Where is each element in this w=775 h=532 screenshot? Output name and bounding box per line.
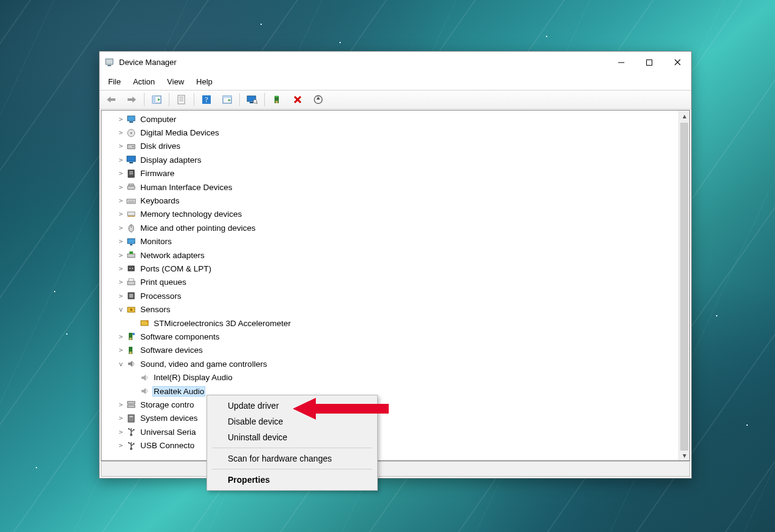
svg-rect-0 xyxy=(106,59,113,64)
svg-rect-54 xyxy=(130,244,132,245)
toolbar-uninstall-button[interactable] xyxy=(288,91,307,108)
tree-node[interactable]: >Firmware xyxy=(101,167,678,180)
menu-view[interactable]: View xyxy=(161,75,190,89)
sensor-dev-icon xyxy=(140,318,149,328)
expand-icon[interactable]: > xyxy=(117,183,125,191)
tree-node[interactable]: >Digital Media Devices xyxy=(101,126,678,139)
toolbar-back-button[interactable] xyxy=(101,91,121,108)
expand-icon[interactable]: > xyxy=(117,292,125,300)
tree-node[interactable]: vSensors xyxy=(101,302,678,316)
expand-icon[interactable]: > xyxy=(117,224,125,232)
svg-rect-7 xyxy=(111,98,115,101)
scroll-thumb[interactable] xyxy=(680,123,688,451)
tree-node[interactable]: >System devices xyxy=(101,412,678,425)
tree-node[interactable]: >Processors xyxy=(101,289,678,302)
tree-node-label: Software components xyxy=(139,332,221,342)
tree-node[interactable]: >USB Connecto xyxy=(101,438,678,452)
toolbar-properties-button[interactable] xyxy=(172,91,191,108)
toolbar-panel-button[interactable] xyxy=(147,91,166,108)
context-menu-ctx-update[interactable]: Update driver xyxy=(207,398,377,414)
context-menu: Update driverDisable deviceUninstall dev… xyxy=(207,395,378,491)
expand-icon[interactable]: > xyxy=(117,129,125,137)
svg-marker-75 xyxy=(142,388,146,394)
collapse-icon[interactable]: v xyxy=(117,360,125,368)
expand-icon[interactable]: > xyxy=(117,346,125,354)
context-menu-separator xyxy=(212,469,372,469)
tree-node[interactable]: >Software components xyxy=(101,330,678,343)
expand-icon[interactable]: > xyxy=(117,169,125,177)
svg-rect-77 xyxy=(128,405,135,408)
window-title: Device Manager xyxy=(119,58,177,67)
expand-icon[interactable]: > xyxy=(117,265,125,273)
tree-node[interactable]: >Computer xyxy=(101,112,678,126)
expand-icon[interactable]: > xyxy=(117,142,125,150)
menu-action[interactable]: Action xyxy=(127,75,161,89)
expand-icon[interactable]: > xyxy=(117,333,125,341)
tree-node[interactable]: STMicroelectronics 3D Accelerometer xyxy=(101,316,678,330)
tree-node[interactable]: >Universal Seria xyxy=(101,425,678,438)
tree-node[interactable]: >Network adapters xyxy=(101,248,678,262)
expand-icon[interactable]: > xyxy=(117,210,125,218)
expand-icon[interactable]: > xyxy=(117,428,125,436)
toolbar-scan-hardware-button[interactable] xyxy=(309,91,328,108)
context-menu-ctx-disable[interactable]: Disable device xyxy=(207,414,377,429)
tree-node[interactable]: Intel(R) Display Audio xyxy=(101,370,678,384)
tree-node[interactable]: Realtek Audio xyxy=(101,384,678,398)
svg-rect-13 xyxy=(178,95,185,104)
menu-help[interactable]: Help xyxy=(190,75,219,89)
expand-icon[interactable]: > xyxy=(117,251,125,259)
expand-icon[interactable]: > xyxy=(117,237,125,245)
tree-node[interactable]: >Print queues xyxy=(101,276,678,289)
expand-icon[interactable]: > xyxy=(117,442,125,449)
expand-icon[interactable]: > xyxy=(117,401,125,409)
tree-node[interactable]: >Software devices xyxy=(101,344,678,357)
expand-icon[interactable]: > xyxy=(117,414,125,422)
tree-node[interactable]: >Storage contro xyxy=(101,398,678,411)
title-bar[interactable]: Device Manager xyxy=(100,52,691,73)
sensor-icon xyxy=(126,305,136,315)
context-menu-ctx-props[interactable]: Properties xyxy=(207,472,377,488)
tree-node-label: Mice and other pointing devices xyxy=(139,223,257,233)
toolbar-help-button[interactable]: ? xyxy=(197,91,216,108)
expand-icon[interactable]: > xyxy=(117,278,125,286)
expand-icon[interactable]: > xyxy=(117,115,125,123)
tree-node-label: Human Interface Devices xyxy=(139,182,234,193)
context-menu-ctx-scan[interactable]: Scan for hardware changes xyxy=(207,451,377,466)
tree-node-label: Ports (COM & LPT) xyxy=(139,264,213,274)
tree-node[interactable]: >Mice and other pointing devices xyxy=(101,221,678,234)
tree-node[interactable]: vSound, video and game controllers xyxy=(101,357,678,370)
tree-node[interactable]: >Disk drives xyxy=(101,140,678,153)
tree-node[interactable]: >Display adapters xyxy=(101,153,678,166)
toolbar-forward-button[interactable] xyxy=(122,91,142,108)
expand-icon[interactable]: > xyxy=(117,197,125,205)
expand-icon[interactable]: > xyxy=(117,156,125,164)
svg-point-65 xyxy=(130,309,132,311)
usb-icon xyxy=(126,427,136,437)
scroll-down-button[interactable]: ▾ xyxy=(679,450,689,460)
tree-node[interactable]: >Keyboards xyxy=(101,194,678,207)
tree-node-label: Sound, video and game controllers xyxy=(139,359,268,369)
svg-rect-61 xyxy=(129,279,134,281)
firmware-icon xyxy=(126,169,136,179)
tree-node[interactable]: >Ports (COM & LPT) xyxy=(101,262,678,275)
toolbar-monitor-button[interactable] xyxy=(242,91,262,108)
collapse-icon[interactable]: v xyxy=(117,305,125,313)
svg-rect-53 xyxy=(128,239,135,244)
system-icon xyxy=(126,414,136,423)
maximize-button[interactable] xyxy=(635,52,663,73)
vertical-scrollbar[interactable]: ▴ ▾ xyxy=(678,111,689,460)
tree-node[interactable]: >Monitors xyxy=(101,235,678,248)
toolbar-separator xyxy=(239,93,240,106)
device-tree[interactable]: >Computer>Digital Media Devices>Disk dri… xyxy=(101,111,678,460)
scroll-up-button[interactable]: ▴ xyxy=(679,111,689,121)
close-button[interactable] xyxy=(663,52,691,73)
tree-node[interactable]: >Human Interface Devices xyxy=(101,180,678,194)
toolbar-update-driver-button[interactable] xyxy=(267,91,287,108)
context-menu-ctx-uninstall[interactable]: Uninstall device xyxy=(207,429,377,445)
toolbar-view-options-button[interactable] xyxy=(217,91,237,108)
minimize-button[interactable] xyxy=(607,52,635,73)
tree-node-label: Computer xyxy=(139,114,177,124)
tree-node-label: Display adapters xyxy=(139,155,203,165)
menu-file[interactable]: File xyxy=(102,75,127,89)
tree-node[interactable]: >Memory technology devices xyxy=(101,208,678,221)
